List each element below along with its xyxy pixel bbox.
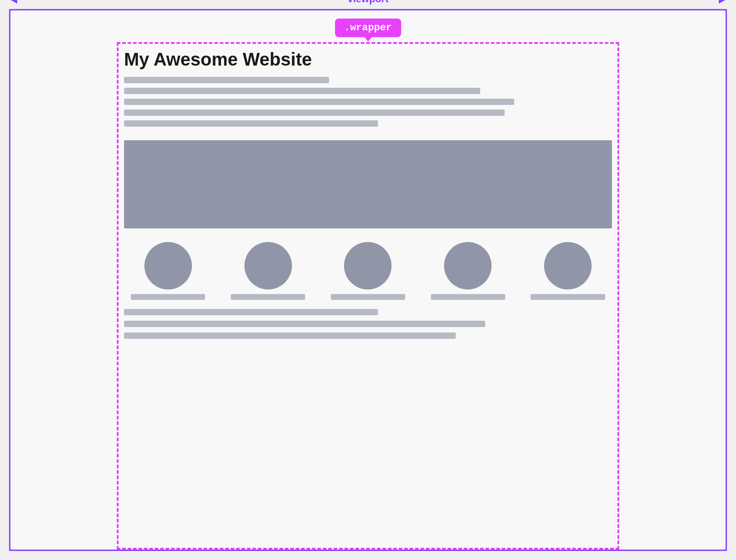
bottom-line-2: [124, 321, 485, 327]
circle-1: [144, 242, 192, 289]
image-placeholder: [124, 140, 612, 228]
circle-line-5: [530, 294, 605, 300]
viewport-container: viewport .wrapper My Awesome Website: [9, 9, 727, 551]
wrapper-content: My Awesome Website: [124, 49, 612, 344]
text-line-2: [124, 88, 480, 94]
viewport-arrow: viewport: [9, 0, 727, 5]
circle-line-4: [431, 294, 506, 300]
circle-3: [344, 242, 392, 289]
circle-item-4: [424, 242, 512, 300]
text-placeholder-lines: [124, 77, 612, 127]
viewport-label: viewport: [340, 0, 396, 5]
circle-line-3: [331, 294, 406, 300]
bottom-text-lines: [124, 309, 612, 339]
wrapper-label: .wrapper: [335, 19, 401, 37]
circle-2: [244, 242, 292, 289]
bottom-line-3: [124, 332, 456, 339]
circles-row: [124, 242, 612, 300]
wrapper-container: .wrapper My Awesome Website: [117, 42, 619, 550]
circle-item-5: [524, 242, 612, 300]
text-line-4: [124, 109, 505, 116]
text-line-5: [124, 120, 378, 127]
circle-line-1: [131, 294, 206, 300]
circle-item-2: [224, 242, 312, 300]
circle-item-1: [124, 242, 212, 300]
text-line-3: [124, 99, 514, 105]
circle-item-3: [324, 242, 412, 300]
circle-4: [444, 242, 492, 289]
bottom-line-1: [124, 309, 378, 315]
text-line-1: [124, 77, 329, 83]
circle-5: [544, 242, 592, 289]
circle-line-2: [231, 294, 306, 300]
site-title: My Awesome Website: [124, 49, 612, 70]
